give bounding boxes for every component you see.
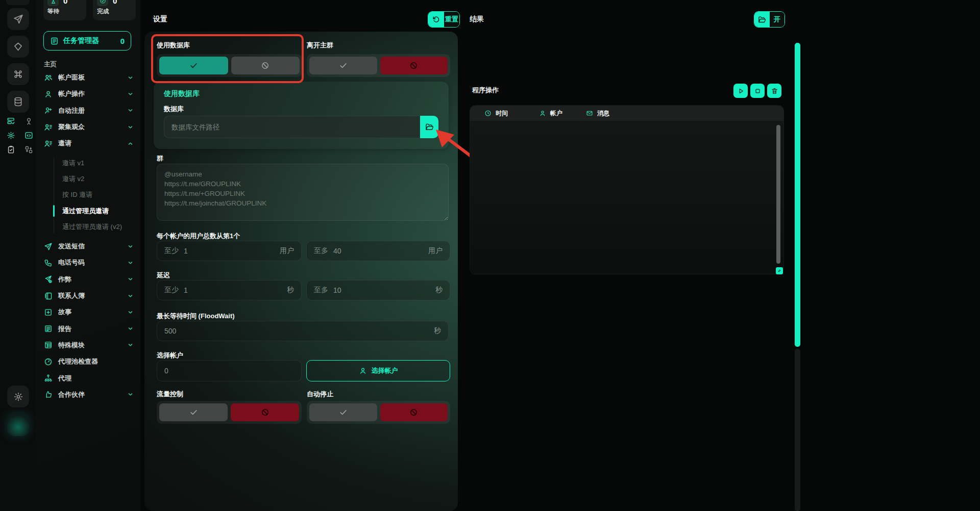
sidebar-item[interactable]: 联系人簿 bbox=[36, 288, 140, 304]
sidebar-item[interactable]: 电话号码 bbox=[36, 254, 140, 271]
database-path-input[interactable] bbox=[164, 116, 420, 138]
play-icon bbox=[737, 87, 745, 95]
window-scrollbar-thumb[interactable] bbox=[795, 43, 800, 347]
clipboard-check-icon[interactable] bbox=[7, 145, 15, 154]
sidebar-item-home[interactable]: 主页 bbox=[44, 60, 57, 69]
operations-actions bbox=[733, 84, 781, 98]
rail-button-paper-plane-icon[interactable] bbox=[7, 8, 29, 30]
auto-stop-yes-button[interactable] bbox=[309, 403, 377, 421]
sidebar-item[interactable]: 代理池检查器 bbox=[36, 353, 140, 370]
sidebar-item[interactable]: 故事 bbox=[36, 304, 140, 320]
floodwait-label: 最长等待时间 (FloodWait) bbox=[157, 312, 235, 321]
max-value: 10 bbox=[333, 286, 341, 294]
rail-button-command-icon[interactable] bbox=[7, 63, 29, 85]
window-scrollbar-track[interactable] bbox=[795, 349, 800, 511]
min-value: 1 bbox=[184, 286, 188, 294]
stat-card-done: 0 完成 bbox=[93, 0, 136, 20]
rail-button-diamond-icon[interactable] bbox=[7, 36, 29, 58]
trash-button[interactable] bbox=[767, 84, 781, 98]
submenu-item[interactable]: 按 ID 邀请 bbox=[36, 187, 140, 203]
sidebar-item-label: 邀请 bbox=[58, 139, 71, 148]
user-plus-icon bbox=[44, 106, 53, 115]
play-button[interactable] bbox=[733, 84, 748, 98]
traffic-no-button[interactable] bbox=[231, 403, 299, 421]
leave-group-yes-button[interactable] bbox=[309, 57, 377, 74]
min-value: 1 bbox=[184, 247, 188, 255]
submenu-item-active[interactable]: 通过管理员邀请 bbox=[36, 203, 140, 219]
sidebar-item[interactable]: 代理 bbox=[36, 370, 140, 386]
gear-icon[interactable] bbox=[7, 131, 15, 140]
floodwait-input[interactable]: 500 秒 bbox=[157, 321, 449, 341]
delay-max-input[interactable]: 至多 10 秒 bbox=[306, 280, 450, 300]
user-list-icon bbox=[44, 139, 53, 148]
no-sign-icon bbox=[261, 61, 270, 70]
check-icon bbox=[339, 61, 348, 70]
submenu-item[interactable]: 邀请 v2 bbox=[36, 171, 140, 187]
chevron-down-icon bbox=[128, 124, 133, 130]
user-search-icon[interactable] bbox=[24, 117, 33, 125]
select-account-button-label: 选择帐户 bbox=[372, 366, 398, 375]
browse-folder-button[interactable] bbox=[420, 116, 438, 138]
users-icon bbox=[44, 73, 53, 82]
sidebar-item[interactable]: 特殊模块 bbox=[36, 337, 140, 353]
use-database-no-button[interactable] bbox=[231, 57, 300, 74]
chevron-down-icon bbox=[128, 244, 133, 249]
check-icon bbox=[189, 408, 198, 417]
users-min-input[interactable]: 至少 1 用户 bbox=[157, 241, 302, 261]
table-column-label: 时间 bbox=[496, 109, 508, 118]
rail-top-partial-button[interactable] bbox=[6, 0, 30, 5]
server-check-icon[interactable] bbox=[7, 117, 15, 125]
sidebar-item[interactable]: 帐户操作 bbox=[36, 86, 140, 102]
chevron-down-icon bbox=[128, 276, 133, 282]
table-resize-grip[interactable] bbox=[776, 267, 783, 274]
sidebar-item-label: 电话号码 bbox=[58, 258, 85, 267]
thumbs-up-icon bbox=[44, 390, 53, 399]
max-prefix: 至多 bbox=[314, 286, 328, 295]
paper-plane-icon bbox=[13, 14, 23, 24]
glow-button[interactable] bbox=[7, 414, 29, 436]
user-icon bbox=[539, 110, 546, 117]
use-database-yes-button[interactable] bbox=[159, 57, 228, 74]
trash-icon bbox=[771, 87, 778, 95]
check-icon bbox=[189, 61, 198, 70]
leave-group-no-button[interactable] bbox=[380, 57, 448, 74]
sidebar-item-label: 代理 bbox=[58, 374, 71, 383]
min-prefix: 至少 bbox=[164, 246, 179, 256]
unit-suffix: 秒 bbox=[434, 326, 441, 336]
account-count-input[interactable]: 0 bbox=[157, 360, 302, 381]
traffic-yes-button[interactable] bbox=[159, 403, 228, 421]
sidebar-item[interactable]: 聚集观众 bbox=[36, 119, 140, 135]
reset-button[interactable]: 重置 bbox=[428, 11, 460, 28]
auto-stop-no-button[interactable] bbox=[380, 403, 448, 421]
unit-suffix: 秒 bbox=[287, 286, 294, 295]
sidebar-item[interactable]: 作弊 bbox=[36, 271, 140, 288]
modules-icon bbox=[44, 341, 53, 349]
settings-panel: 使用数据库 离开主群 使用数据库 数据库 群 每个帐户的用户总数从第1个 至少 … bbox=[144, 32, 458, 511]
sidebar-item[interactable]: 发送短信 bbox=[36, 238, 140, 254]
table-header: 时间帐户消息 bbox=[470, 106, 783, 121]
users-max-input[interactable]: 至多 40 用户 bbox=[306, 241, 450, 261]
database-field-label: 数据库 bbox=[164, 105, 184, 114]
table-scrollbar[interactable] bbox=[776, 125, 780, 264]
code-window-icon[interactable] bbox=[24, 131, 33, 140]
stop-button[interactable] bbox=[750, 84, 765, 98]
submenu-item[interactable]: 通过管理员邀请 (v2) bbox=[36, 219, 140, 235]
submenu-item[interactable]: 邀请 v1 bbox=[36, 155, 140, 171]
delay-min-input[interactable]: 至少 1 秒 bbox=[157, 280, 302, 300]
rail-button-database-icon[interactable] bbox=[7, 91, 29, 113]
sidebar-item[interactable]: 邀请 bbox=[36, 135, 140, 151]
sidebar-item[interactable]: 自动注册 bbox=[36, 103, 140, 119]
group-links-textarea[interactable] bbox=[157, 164, 449, 221]
settings-gear-button[interactable] bbox=[7, 386, 29, 407]
unit-suffix: 用户 bbox=[280, 246, 294, 256]
open-button[interactable]: 开 bbox=[754, 11, 785, 28]
waiting-count: 0 bbox=[63, 0, 67, 5]
sidebar-item[interactable]: 报告 bbox=[36, 320, 140, 337]
task-manager-button[interactable]: 任务管理器 0 bbox=[43, 31, 131, 50]
select-account-button[interactable]: 选择帐户 bbox=[306, 360, 450, 381]
sidebar-item[interactable]: 合作伙伴 bbox=[36, 387, 140, 403]
sidebar-item[interactable]: 帐户面板 bbox=[36, 69, 140, 86]
send-icon bbox=[44, 242, 53, 251]
swap-icon[interactable] bbox=[24, 145, 33, 154]
chevron-down-icon bbox=[128, 260, 133, 266]
